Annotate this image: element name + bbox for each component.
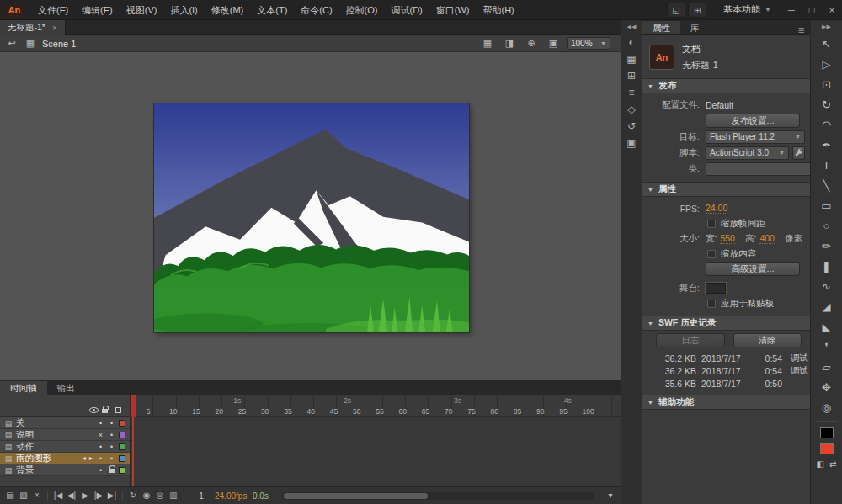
pencil-tool[interactable]: ✏: [811, 236, 842, 256]
tab-output[interactable]: 输出: [47, 381, 85, 395]
eraser-tool[interactable]: ▱: [811, 357, 842, 377]
publish-settings-button[interactable]: 发布设置...: [706, 114, 800, 128]
info-panel-icon[interactable]: ≡: [621, 84, 642, 101]
target-select[interactable]: Flash Player 11.2 ▼: [706, 130, 805, 144]
stage-color-swatch[interactable]: [706, 283, 726, 294]
onion-outline-button[interactable]: ◎: [153, 489, 167, 502]
menu-item[interactable]: 命令(C): [294, 0, 338, 20]
frame-view-options-icon[interactable]: ▾: [604, 489, 617, 502]
layer-frame-markers[interactable]: ◂ ▸: [83, 454, 93, 462]
timeline-scrollbar[interactable]: [282, 492, 595, 500]
panel-menu-icon[interactable]: ≣: [793, 25, 810, 34]
section-accessibility[interactable]: ▼ 辅助功能: [642, 395, 810, 410]
frame-ruler[interactable]: 1s2s3s4s 1510152025303540455055606570758…: [131, 395, 621, 417]
menu-item[interactable]: 修改(M): [205, 0, 251, 20]
brush-tool[interactable]: ❚: [811, 256, 842, 276]
onion-skin-button[interactable]: ◉: [140, 489, 153, 502]
layer-name[interactable]: 雨的图形: [16, 453, 83, 464]
3d-rotation-tool[interactable]: ↻: [811, 94, 842, 114]
ink-bottle-tool[interactable]: ◣: [811, 316, 842, 337]
layer-name[interactable]: 动作: [16, 441, 95, 453]
layer-lock-toggle[interactable]: •: [106, 429, 117, 441]
stage[interactable]: [154, 103, 469, 332]
go-last-frame-button[interactable]: ▶|: [105, 489, 119, 502]
document-name[interactable]: 无标题-1: [682, 59, 718, 72]
frame-area[interactable]: 1s2s3s4s 1510152025303540455055606570758…: [131, 395, 621, 486]
menu-item[interactable]: 视图(V): [120, 0, 164, 20]
workspace-switcher[interactable]: 基本功能 ▼: [715, 3, 780, 16]
outline-all-icon[interactable]: [110, 407, 125, 413]
paint-bucket-tool[interactable]: ◢: [811, 296, 842, 316]
menu-item[interactable]: 帮助(H): [477, 0, 521, 20]
show-hide-all-icon[interactable]: [88, 407, 99, 413]
log-button[interactable]: 日志: [656, 333, 725, 347]
timeline-scrollbar-thumb[interactable]: [284, 493, 428, 499]
section-properties[interactable]: ▼ 属性: [642, 182, 810, 197]
selection-tool[interactable]: ↖: [811, 34, 842, 54]
zoom-tool[interactable]: ◎: [811, 397, 842, 417]
layer-visibility-toggle[interactable]: •: [95, 453, 106, 464]
stroke-color-swatch[interactable]: [820, 427, 834, 438]
layer-frames-row[interactable]: [131, 429, 621, 441]
menu-item[interactable]: 调试(D): [385, 0, 429, 20]
edit-symbols-icon[interactable]: ◨: [503, 38, 516, 49]
layer-lock-toggle[interactable]: •: [106, 453, 117, 464]
pasteboard[interactable]: [0, 52, 621, 380]
script-settings-button[interactable]: [792, 146, 805, 160]
color-panel-icon[interactable]: ◐: [621, 34, 642, 50]
zoom-select[interactable]: 100% ▼: [567, 37, 610, 50]
layer-frames-row[interactable]: [131, 464, 621, 476]
layer-lock-toggle[interactable]: •: [106, 441, 117, 453]
go-first-frame-button[interactable]: |◀: [51, 489, 65, 502]
scale-content-checkbox[interactable]: [707, 250, 716, 258]
layer-visibility-toggle[interactable]: •: [95, 441, 106, 453]
extensions-icon[interactable]: ⊞: [688, 3, 706, 18]
layer-name[interactable]: 关: [16, 417, 95, 429]
delete-layer-icon[interactable]: ×: [30, 489, 44, 502]
document-tab[interactable]: 无标题-1* ×: [0, 20, 66, 35]
layer-outline-color[interactable]: [119, 432, 125, 438]
next-frame-button[interactable]: |▶: [92, 489, 105, 502]
clear-button[interactable]: 清除: [733, 333, 802, 347]
fps-readout[interactable]: 24.00fps: [215, 491, 247, 501]
swatches-panel-icon[interactable]: ▦: [621, 50, 642, 67]
layer-row[interactable]: ▤动作••: [0, 441, 130, 453]
bone-tool[interactable]: ∿: [811, 276, 842, 296]
swap-colors-icon[interactable]: ⇄: [829, 459, 836, 469]
clip-view-icon[interactable]: ▣: [546, 38, 560, 49]
width-value[interactable]: 550: [720, 233, 735, 244]
layer-name[interactable]: 背景: [16, 464, 95, 476]
layer-row[interactable]: ▤雨的图形◂ ▸••: [0, 453, 130, 464]
transform-panel-icon[interactable]: ◇: [621, 101, 642, 118]
play-button[interactable]: ▶: [78, 489, 92, 502]
close-button[interactable]: ×: [822, 2, 842, 19]
edit-multiple-frames-button[interactable]: ▥: [167, 489, 180, 502]
menu-item[interactable]: 文本(T): [250, 0, 294, 20]
layer-outline-color[interactable]: [119, 443, 125, 450]
layer-frames-row[interactable]: [131, 453, 621, 464]
section-swf-history[interactable]: ▼ SWF 历史记录: [642, 316, 810, 331]
layer-frames-row[interactable]: [131, 441, 621, 453]
layer-frames-row[interactable]: [131, 417, 621, 429]
fill-color-swatch[interactable]: [820, 443, 834, 454]
playhead-marker[interactable]: [131, 395, 136, 417]
height-value[interactable]: 400: [759, 233, 775, 244]
layer-lock-toggle[interactable]: •: [106, 417, 117, 429]
menu-item[interactable]: 控制(O): [339, 0, 385, 20]
menu-item[interactable]: 编辑(E): [75, 0, 120, 20]
menu-item[interactable]: 文件(F): [31, 0, 75, 20]
minimize-button[interactable]: ─: [781, 2, 802, 19]
section-publish[interactable]: ▼ 发布: [642, 78, 810, 93]
collapse-tools-icon[interactable]: ▶▶: [822, 20, 831, 34]
tab-library[interactable]: 库: [680, 21, 710, 34]
pen-tool[interactable]: ✒: [811, 135, 842, 155]
text-tool[interactable]: T: [811, 155, 842, 175]
eyedropper-tool[interactable]: ❜: [811, 337, 842, 357]
layer-row[interactable]: ▤背景•: [0, 464, 130, 476]
expand-panels-icon[interactable]: ◀◀: [621, 20, 642, 34]
menu-item[interactable]: 窗口(W): [429, 0, 477, 20]
apply-pasteboard-checkbox[interactable]: [707, 300, 716, 308]
script-select[interactable]: ActionScript 3.0 ▼: [706, 146, 789, 160]
advanced-settings-button[interactable]: 高级设置...: [706, 262, 800, 276]
tab-timeline[interactable]: 时间轴: [0, 381, 47, 395]
